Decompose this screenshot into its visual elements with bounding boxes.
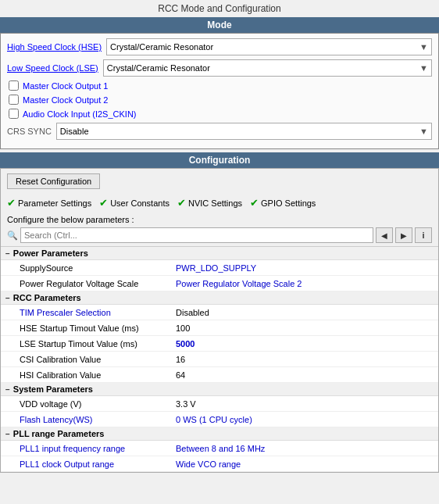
param-tim-prescaler-value: Disabled (176, 308, 434, 317)
param-hsi-calibration-value: 64 (176, 370, 434, 380)
lse-row: Low Speed Clock (LSE) Crystal/Ceramic Re… (7, 59, 432, 77)
param-pll1-input: PLL1 input frequency range Between 8 and… (1, 441, 438, 456)
collapse-pll-icon: − (5, 430, 10, 438)
mode-section: High Speed Clock (HSE) Crystal/Ceramic R… (0, 33, 439, 149)
param-lse-startup: LSE Startup Timout Value (ms) 5000 (1, 336, 438, 352)
param-pll1-output-name: PLL1 clock Output range (20, 459, 176, 469)
audio-clock-input-checkbox[interactable] (9, 109, 19, 119)
group-pll-label: PLL range Parameters (13, 429, 105, 438)
tab-nvic-settings[interactable]: ✔ NVIC Settings (177, 197, 242, 209)
lse-value: Crystal/Ceramic Resonator (107, 63, 210, 73)
param-hsi-calibration: HSI Calibration Value 64 (1, 367, 438, 383)
param-hsi-calibration-name: HSI Calibration Value (20, 370, 176, 380)
hse-label: High Speed Clock (HSE) (7, 42, 102, 52)
tab-user-constants-check-icon: ✔ (99, 197, 108, 209)
param-vdd-voltage-value: 3.3 V (176, 399, 434, 409)
tab-parameter-settings-check-icon: ✔ (7, 197, 16, 209)
next-nav-button[interactable]: ▶ (395, 227, 412, 243)
collapse-rcc-icon: − (5, 294, 10, 302)
param-vdd-voltage-name: VDD voltage (V) (20, 399, 176, 409)
crs-sync-arrow-icon: ▼ (419, 127, 428, 136)
audio-clock-input-row: Audio Clock Input (I2S_CKIN) (7, 109, 432, 119)
crs-sync-value: Disable (60, 127, 89, 136)
tab-nvic-settings-label: NVIC Settings (188, 198, 242, 208)
param-hse-startup: HSE Startup Timout Value (ms) 100 (1, 320, 438, 336)
collapse-system-icon: − (5, 385, 10, 394)
reset-configuration-button[interactable]: Reset Configuration (7, 173, 100, 189)
master-clock-output1-checkbox[interactable] (9, 80, 19, 91)
param-csi-calibration: CSI Calibration Value 16 (1, 352, 438, 367)
search-row: 🔍 ◀ ▶ i (1, 226, 438, 246)
crs-sync-row: CRS SYNC Disable ▼ (7, 123, 432, 140)
group-system-parameters[interactable]: − System Parameters (1, 383, 438, 396)
search-icon: 🔍 (7, 231, 18, 241)
param-csi-calibration-value: 16 (176, 355, 434, 364)
tab-nvic-settings-check-icon: ✔ (177, 197, 186, 209)
group-pll-parameters[interactable]: − PLL range Parameters (1, 427, 438, 441)
param-vdd-voltage: VDD voltage (V) 3.3 V (1, 396, 438, 412)
param-hse-startup-name: HSE Startup Timout Value (ms) (20, 323, 176, 333)
search-input[interactable] (20, 227, 373, 243)
lse-arrow-icon: ▼ (419, 63, 428, 73)
param-pll1-output-value: Wide VCO range (176, 459, 434, 469)
param-supply-source: SupplySource PWR_LDO_SUPPLY (1, 260, 438, 276)
param-hse-startup-value: 100 (176, 323, 434, 333)
tab-parameter-settings-label: Parameter Settings (18, 198, 91, 208)
param-flash-latency-name: Flash Latency(WS) (20, 415, 176, 424)
param-supply-source-name: SupplySource (20, 263, 176, 273)
param-pll1-input-value: Between 8 and 16 MHz (176, 444, 434, 453)
param-power-regulator-value: Power Regulator Voltage Scale 2 (176, 279, 434, 288)
master-clock-output2-row: Master Clock Output 2 (7, 95, 432, 105)
reset-btn-row: Reset Configuration (1, 169, 438, 194)
crs-sync-label: CRS SYNC (7, 127, 52, 136)
audio-clock-input-label: Audio Clock Input (I2S_CKIN) (23, 109, 137, 119)
parameters-table: − Power Parameters SupplySource PWR_LDO_… (1, 246, 438, 472)
param-tim-prescaler-name: TIM Prescaler Selection (20, 308, 176, 317)
tab-gpio-settings-label: GPIO Settings (261, 198, 316, 208)
param-lse-startup-value: 5000 (176, 339, 434, 349)
master-clock-output2-checkbox[interactable] (9, 95, 19, 105)
param-pll1-output: PLL1 clock Output range Wide VCO range (1, 456, 438, 472)
crs-sync-select[interactable]: Disable ▼ (56, 123, 432, 140)
lse-label: Low Speed Clock (LSE) (7, 63, 98, 73)
hse-value: Crystal/Ceramic Resonator (110, 42, 213, 52)
param-flash-latency: Flash Latency(WS) 0 WS (1 CPU cycle) (1, 412, 438, 427)
param-power-regulator: Power Regulator Voltage Scale Power Regu… (1, 276, 438, 291)
group-power-label: Power Parameters (13, 248, 88, 258)
param-tim-prescaler: TIM Prescaler Selection Disabled (1, 305, 438, 320)
tab-user-constants[interactable]: ✔ User Constants (99, 197, 170, 209)
param-lse-startup-name: LSE Startup Timout Value (ms) (20, 339, 176, 349)
master-clock-output1-row: Master Clock Output 1 (7, 80, 432, 91)
configuration-section: Reset Configuration ✔ Parameter Settings… (0, 168, 439, 473)
param-pll1-input-name: PLL1 input frequency range (20, 444, 176, 453)
tab-gpio-settings[interactable]: ✔ GPIO Settings (250, 197, 316, 209)
tab-user-constants-label: User Constants (110, 198, 170, 208)
group-power-parameters[interactable]: − Power Parameters (1, 247, 438, 260)
param-supply-source-value: PWR_LDO_SUPPLY (176, 263, 434, 273)
param-flash-latency-value: 0 WS (1 CPU cycle) (176, 415, 434, 424)
config-section-header: Configuration (0, 152, 439, 168)
master-clock-output1-label: Master Clock Output 1 (23, 81, 108, 91)
prev-nav-button[interactable]: ◀ (376, 227, 393, 243)
tab-gpio-settings-check-icon: ✔ (250, 197, 259, 209)
hse-arrow-icon: ▼ (419, 42, 428, 52)
group-rcc-parameters[interactable]: − RCC Parameters (1, 291, 438, 305)
info-button[interactable]: i (415, 227, 432, 243)
hse-row: High Speed Clock (HSE) Crystal/Ceramic R… (7, 38, 432, 55)
group-rcc-label: RCC Parameters (13, 293, 81, 302)
lse-select[interactable]: Crystal/Ceramic Resonator ▼ (103, 59, 432, 77)
configure-label: Configure the below parameters : (1, 212, 438, 226)
master-clock-output2-label: Master Clock Output 2 (23, 95, 108, 105)
tab-parameter-settings[interactable]: ✔ Parameter Settings (7, 197, 91, 209)
window-title: RCC Mode and Configuration (0, 0, 439, 17)
mode-section-header: Mode (0, 17, 439, 33)
collapse-power-icon: − (5, 249, 10, 258)
group-system-label: System Parameters (13, 384, 93, 394)
param-csi-calibration-name: CSI Calibration Value (20, 355, 176, 364)
hse-select[interactable]: Crystal/Ceramic Resonator ▼ (106, 38, 432, 55)
param-power-regulator-name: Power Regulator Voltage Scale (20, 279, 176, 288)
tabs-row: ✔ Parameter Settings ✔ User Constants ✔ … (1, 194, 438, 212)
